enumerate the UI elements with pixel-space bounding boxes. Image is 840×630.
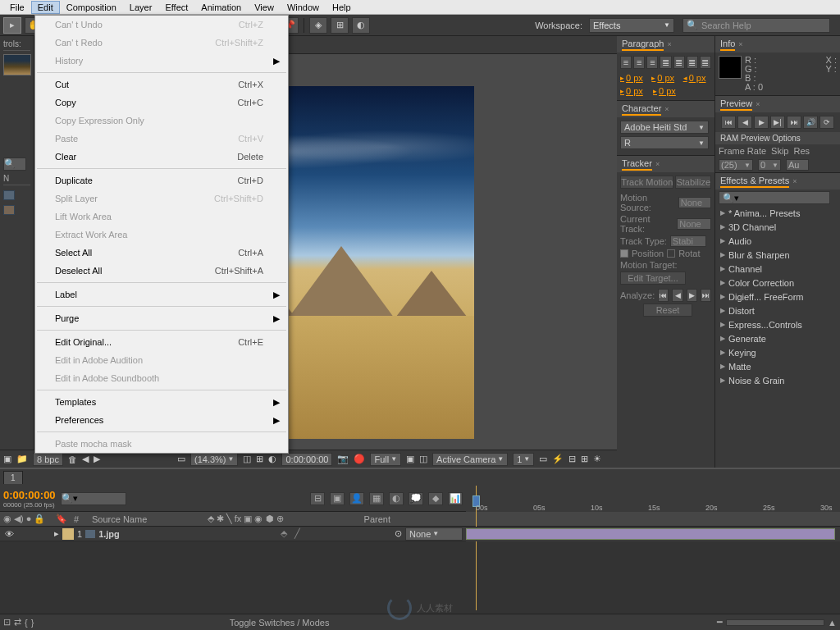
channel-icon[interactable]: 🔴 [354,454,365,464]
effect-category[interactable]: ▶Matte [715,359,840,373]
justify-all[interactable]: ≣ [700,56,711,69]
toggle-switch-icon[interactable]: ⇄ [14,617,21,628]
zoom-dropdown[interactable]: (14.3%)▼ [190,453,238,466]
search-help-input[interactable]: 🔍Search Help [682,18,830,33]
next-arrow[interactable]: ▶ [94,454,100,464]
expand-icon[interactable]: ⊡ [3,617,11,628]
twirl-arrow[interactable]: ▸ [54,528,59,539]
menu-help[interactable]: Help [326,1,358,14]
resolution-dropdown[interactable]: Full▼ [370,453,401,466]
indent-left[interactable]: ▸0 px [620,72,648,84]
effect-category[interactable]: ▶Keying [715,345,840,359]
analyze-back-full[interactable]: ⏮ [658,289,669,302]
menu-composition[interactable]: Composition [60,1,123,14]
close-icon[interactable]: × [655,160,660,168]
effect-category[interactable]: ▶Audio [715,234,840,248]
graph-editor[interactable]: 📊 [448,492,463,505]
prev-arrow[interactable]: ◀ [82,454,89,464]
workspace-dropdown[interactable]: Effects▼ [589,18,674,33]
character-tab[interactable]: Character [622,103,661,116]
exposure-icon[interactable]: ☀ [593,454,601,464]
stabilize-button[interactable]: Stabilize [675,176,711,189]
effect-controls-tab[interactable]: trols: [3,39,30,51]
edit-menu-label[interactable]: Label▶ [35,285,288,304]
menu-effect[interactable]: Effect [158,1,194,14]
indent-right[interactable]: ◂0 px [683,72,711,84]
edit-menu-edit-original-[interactable]: Edit Original...Ctrl+E [35,333,288,351]
preview-tab[interactable]: Preview [720,98,752,111]
reset-button[interactable]: Reset [643,304,692,317]
timeline-zoom-slider[interactable] [726,619,824,626]
comp-mini-flow[interactable]: ⊟ [310,492,325,505]
layer-row-1[interactable]: 👁 ▸ 1 1.jpg ⬘ ╱ ⊙ None▼ [0,527,840,541]
justify-right[interactable]: ≣ [687,56,698,69]
ram-preview-options[interactable]: RAM Preview Options [715,132,840,144]
frame-blend[interactable]: ▦ [369,492,384,505]
menu-edit[interactable]: Edit [31,1,60,14]
effect-category[interactable]: ▶Generate [715,331,840,345]
interpret-icon[interactable]: ▣ [3,454,11,464]
current-time[interactable]: 0:00:00:00 [281,453,332,466]
footage-thumbnail[interactable] [3,54,31,75]
menu-window[interactable]: Window [281,1,326,14]
toggle-switches-button[interactable]: Toggle Switches / Modes [230,618,330,628]
effect-category[interactable]: ▶3D Channel [715,220,840,234]
close-icon[interactable]: × [738,40,742,48]
align-left[interactable]: ≡ [620,56,632,69]
layer-name[interactable]: 1.jpg [98,529,120,539]
effects-search[interactable]: 🔍▾ [719,191,830,204]
project-item-footage[interactable] [3,205,30,215]
next-frame-button[interactable]: ▶| [770,116,785,129]
motion-source-dropdown[interactable]: None [678,197,711,208]
source-name-header[interactable]: Source Name [92,514,147,524]
roi-icon[interactable]: ▣ [406,454,414,464]
close-icon[interactable]: × [667,40,671,48]
tracker-tab[interactable]: Tracker [622,158,652,171]
timeline-comp-tab[interactable]: 1 [3,471,23,484]
effect-category[interactable]: ▶Express...Controls [715,317,840,331]
loop-button[interactable]: ⟳ [819,116,834,129]
font-family-dropdown[interactable]: Adobe Heiti Std▼ [620,121,709,134]
zoom-icon[interactable]: ▭ [177,454,185,464]
effect-category[interactable]: ▶Channel [715,262,840,276]
edit-menu-clear[interactable]: ClearDelete [35,148,288,166]
edit-menu-duplicate[interactable]: DuplicateCtrl+D [35,171,288,189]
time-ruler[interactable]: 00s05s10s15s20s25s30s [466,486,840,512]
edit-menu-purge[interactable]: Purge▶ [35,309,288,327]
folder-icon[interactable]: 📁 [16,454,28,464]
layer-duration-bar[interactable] [466,528,835,540]
effect-category[interactable]: ▶Noise & Grain [715,373,840,386]
audio-button[interactable]: 🔊 [803,116,818,129]
hide-shy[interactable]: 👤 [349,492,364,505]
info-tab[interactable]: Info [720,39,735,51]
space-before[interactable]: ▸0 px [620,85,650,97]
close-icon[interactable]: × [664,105,669,113]
project-search[interactable]: 🔍 [3,158,26,171]
close-icon[interactable]: × [756,100,760,108]
track-type-dropdown[interactable]: Stabi [670,235,706,247]
track-motion-button[interactable]: Track Motion [620,176,673,189]
frame-rate-dropdown[interactable]: (25)▼ [719,159,753,171]
selection-tool[interactable]: ▸ [3,17,21,34]
effect-category[interactable]: ▶Blur & Sharpen [715,248,840,262]
draft-3d[interactable]: ▣ [330,492,345,505]
close-icon[interactable]: × [792,177,797,185]
edit-menu-templates[interactable]: Templates▶ [35,393,288,411]
layer-color-label[interactable] [62,528,74,540]
analyze-fwd-step[interactable]: ▶ [687,289,697,302]
edit-menu-select-all[interactable]: Select AllCtrl+A [35,244,288,262]
justify-center[interactable]: ≣ [673,56,685,69]
layer-track[interactable] [466,527,840,541]
grid-icon[interactable]: ⊞ [256,454,263,464]
menu-animation[interactable]: Animation [194,1,248,14]
edit-menu-preferences[interactable]: Preferences▶ [35,411,288,429]
play-button[interactable]: ▶ [754,116,769,129]
auto-keyframe[interactable]: ◆ [428,492,443,505]
edit-menu-copy[interactable]: CopyCtrl+C [35,94,288,112]
delete-icon[interactable]: 🗑 [68,454,77,464]
edit-target-button[interactable]: Edit Target... [620,272,686,285]
menu-view[interactable]: View [248,1,281,14]
menu-file[interactable]: File [3,1,31,14]
effects-presets-tab[interactable]: Effects & Presets [720,176,789,188]
bpc-button[interactable]: 8 bpc [33,453,63,466]
